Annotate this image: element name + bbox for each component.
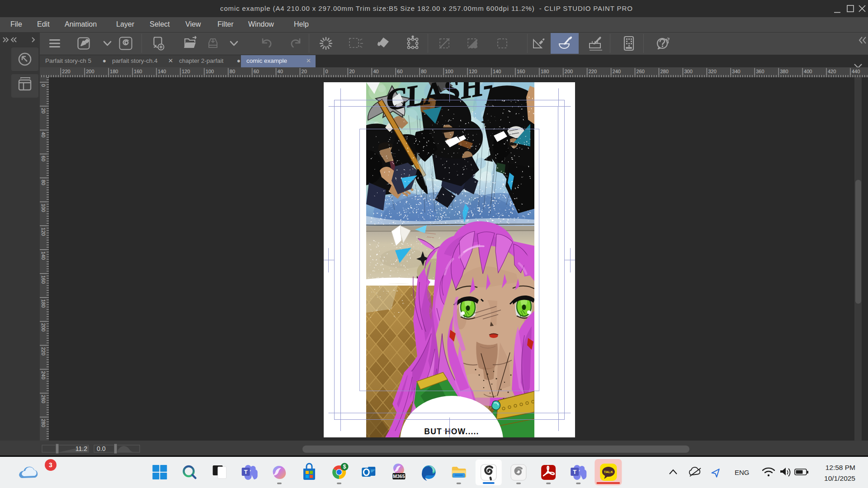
svg-text:420: 420 <box>828 69 836 74</box>
svg-text:10/1/2025: 10/1/2025 <box>824 474 855 482</box>
svg-text:400: 400 <box>804 69 812 74</box>
svg-text:140: 140 <box>158 69 166 74</box>
svg-text:T: T <box>573 469 576 475</box>
svg-text:160: 160 <box>517 69 525 74</box>
svg-text:0: 0 <box>41 84 46 87</box>
svg-text:200: 200 <box>565 69 573 74</box>
svg-text:20: 20 <box>41 108 46 113</box>
svg-text:12:58 PM: 12:58 PM <box>826 464 855 471</box>
svg-text:100: 100 <box>445 69 453 74</box>
svg-text:0.0: 0.0 <box>97 445 106 452</box>
svg-text:ENG: ENG <box>735 469 750 476</box>
svg-text:20: 20 <box>302 69 307 74</box>
svg-text:11.2: 11.2 <box>75 445 87 452</box>
svg-text:220: 220 <box>41 347 46 355</box>
svg-text:60: 60 <box>254 69 259 74</box>
svg-text:40: 40 <box>373 69 378 74</box>
svg-text:3: 3 <box>49 461 52 469</box>
svg-text:160: 160 <box>134 69 142 74</box>
svg-text:200: 200 <box>41 323 46 331</box>
svg-text:20: 20 <box>349 69 354 74</box>
svg-text:BUT HOW.....: BUT HOW..... <box>424 427 479 436</box>
svg-text:TALK: TALK <box>604 470 613 474</box>
svg-text:80: 80 <box>421 69 426 74</box>
svg-text:280: 280 <box>660 69 669 74</box>
svg-text:140: 140 <box>493 69 501 74</box>
svg-text:60: 60 <box>41 156 46 161</box>
svg-text:180: 180 <box>541 69 549 74</box>
svg-text:160: 160 <box>41 275 46 283</box>
svg-text:T: T <box>244 469 248 475</box>
svg-text:260: 260 <box>41 395 46 403</box>
svg-text:80: 80 <box>230 69 235 74</box>
svg-text:300: 300 <box>684 69 693 74</box>
svg-text:380: 380 <box>780 69 788 74</box>
svg-text:120: 120 <box>469 69 477 74</box>
svg-text:220: 220 <box>62 69 70 74</box>
svg-text:100: 100 <box>206 69 214 74</box>
svg-text:320: 320 <box>708 69 716 74</box>
svg-text:200: 200 <box>86 69 94 74</box>
svg-text:120: 120 <box>41 228 46 236</box>
svg-text:260: 260 <box>637 69 645 74</box>
svg-text:0: 0 <box>326 69 328 74</box>
svg-text:440: 440 <box>852 69 860 74</box>
svg-text:140: 140 <box>41 252 46 260</box>
svg-text:80: 80 <box>41 180 46 185</box>
svg-text:360: 360 <box>756 69 764 74</box>
svg-text:240: 240 <box>41 371 46 379</box>
svg-text:280: 280 <box>41 419 46 427</box>
svg-text:60: 60 <box>397 69 402 74</box>
svg-text:40: 40 <box>278 69 283 74</box>
svg-text:240: 240 <box>613 69 621 74</box>
svg-text:180: 180 <box>110 69 118 74</box>
svg-text:120: 120 <box>182 69 190 74</box>
svg-text:$: $ <box>343 464 346 470</box>
svg-text:40: 40 <box>41 132 46 137</box>
svg-text:220: 220 <box>589 69 597 74</box>
svg-text:M365: M365 <box>393 474 405 479</box>
svg-text:100: 100 <box>41 204 46 212</box>
svg-text:180: 180 <box>41 299 46 307</box>
svg-text:340: 340 <box>732 69 740 74</box>
